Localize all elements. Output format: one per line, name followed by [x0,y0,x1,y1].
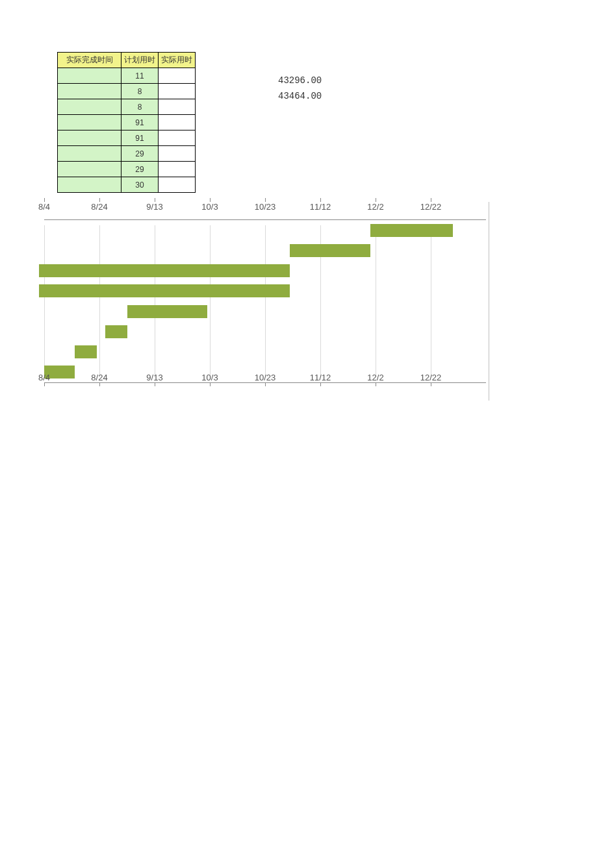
header-actual-finish: 实际完成时间 [58,53,122,68]
table-row: 30 [58,177,196,193]
gridline [376,225,376,377]
x-tick-label: 10/23 [255,373,276,382]
x-tick-label: 10/3 [201,202,218,212]
table-row: 11 [58,68,196,84]
x-tick-mark [155,382,155,386]
x-tick-mark [431,198,431,202]
gantt-bar [105,325,127,338]
data-table: 实际完成时间 计划用时 实际用时 11889191292930 [57,52,196,193]
x-tick-mark [155,198,155,202]
x-tick-label: 12/22 [420,202,442,212]
gantt-bar [370,224,454,237]
cell-actual-days [159,99,196,115]
cell-plan-days: 11 [122,68,159,84]
gridline [265,225,266,377]
x-tick-label: 12/2 [367,373,383,382]
chart-plot-area [44,220,486,382]
table-row: 8 [58,84,196,99]
gantt-chart: 8/48/249/1310/310/2311/1212/212/22 8/48/… [44,202,489,401]
x-tick-label: 9/13 [146,202,162,212]
header-actual-days: 实际用时 [159,53,196,68]
x-tick-label: 12/2 [367,202,383,212]
x-tick-mark [431,382,431,386]
x-tick-label: 8/24 [91,202,107,212]
x-tick-mark [320,382,321,386]
x-tick-mark [44,198,45,202]
cell-plan-days: 29 [122,162,159,177]
x-tick-label: 9/13 [146,373,162,382]
cell-actual-finish [58,162,122,177]
gridline [44,225,45,377]
side-number-block: 43296.00 43464.00 [278,73,322,104]
x-tick-mark [376,382,376,386]
cell-actual-finish [58,99,122,115]
x-tick-mark [376,198,376,202]
table-row: 8 [58,99,196,115]
gantt-bar [127,305,207,318]
x-tick-label: 8/24 [91,373,107,382]
cell-plan-days: 8 [122,99,159,115]
x-tick-label: 10/3 [201,373,218,382]
cell-plan-days: 30 [122,177,159,193]
x-tick-mark [44,382,45,386]
cell-plan-days: 8 [122,84,159,99]
cell-actual-finish [58,115,122,130]
x-tick-label: 12/22 [420,373,442,382]
x-tick-label: 10/23 [255,202,276,212]
table-row: 29 [58,162,196,177]
gantt-bar [290,244,370,257]
x-tick-mark [320,198,321,202]
table-row: 91 [58,115,196,130]
table-header-row: 实际完成时间 计划用时 实际用时 [58,53,196,68]
x-axis-top: 8/48/249/1310/310/2311/1212/212/22 [44,202,486,220]
gridline [155,225,155,377]
gantt-bar [75,345,97,358]
x-tick-label: 11/12 [310,202,331,212]
table-row: 29 [58,146,196,162]
gantt-bar [39,264,290,277]
x-tick-label: 8/4 [38,202,50,212]
x-tick-label: 11/12 [310,373,331,382]
cell-actual-days [159,115,196,130]
cell-actual-days [159,68,196,84]
cell-plan-days: 91 [122,130,159,146]
x-tick-mark [99,382,100,386]
x-axis-bottom: 8/48/249/1310/310/2311/1212/212/22 [44,382,486,401]
cell-actual-days [159,130,196,146]
gridline [210,225,211,377]
cell-actual-days [159,177,196,193]
gridline [99,225,100,377]
cell-actual-days [159,162,196,177]
x-tick-mark [210,382,211,386]
cell-actual-finish [58,68,122,84]
cell-actual-days [159,84,196,99]
cell-actual-finish [58,84,122,99]
gridline [431,225,431,377]
header-plan-days: 计划用时 [122,53,159,68]
table-row: 91 [58,130,196,146]
x-tick-mark [265,382,266,386]
cell-plan-days: 29 [122,146,159,162]
side-number-2: 43464.00 [278,88,322,104]
x-tick-mark [99,198,100,202]
x-tick-mark [210,198,211,202]
cell-actual-finish [58,177,122,193]
cell-actual-finish [58,146,122,162]
cell-actual-days [159,146,196,162]
cell-actual-finish [58,130,122,146]
cell-plan-days: 91 [122,115,159,130]
side-number-1: 43296.00 [278,73,322,88]
gantt-bar [39,284,290,297]
x-tick-mark [265,198,266,202]
x-tick-label: 8/4 [38,373,50,382]
